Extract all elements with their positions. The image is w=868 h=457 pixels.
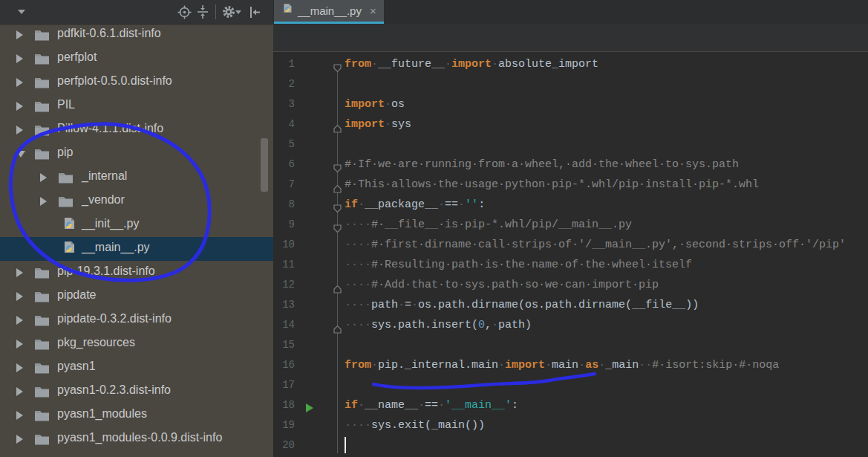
chevron-right-icon[interactable] <box>16 435 23 444</box>
code-line-19[interactable]: 19····sys.exit(_main()) <box>273 415 868 435</box>
code-text: #·This·allows·the·usage·python·pip-*.whl… <box>345 175 759 195</box>
chevron-right-icon[interactable] <box>16 292 23 301</box>
line-number[interactable]: 8 <box>273 195 295 215</box>
chevron-right-icon[interactable] <box>16 316 23 325</box>
chevron-right-icon[interactable] <box>16 363 23 372</box>
tree-item-label: _internal <box>82 169 127 183</box>
code-line-9[interactable]: 9····#·__file__·is·pip-*.whl/pip/__main_… <box>273 215 868 235</box>
tree-item-label: pdfkit-0.6.1.dist-info <box>57 27 161 40</box>
code-line-6[interactable]: 6#·If·we·are·running·from·a·wheel,·add·t… <box>273 155 868 175</box>
code-line-16[interactable]: 16from·pip._internal.main·import·main·as… <box>273 355 868 375</box>
tree-folder-pip-19.3.1.dist-info[interactable]: pip-19.3.1.dist-info <box>0 261 273 285</box>
code-line-10[interactable]: 10····#·first·dirname·call·strips·of·'/_… <box>273 235 868 255</box>
code-line-14[interactable]: 14····sys.path.insert(0,·path) <box>273 315 868 335</box>
tree-folder-_internal[interactable]: _internal <box>0 166 273 189</box>
tab-main-py[interactable]: __main__.py × <box>274 0 384 24</box>
code-line-12[interactable]: 12····#·Add·that·to·sys.path·so·we·can·i… <box>273 275 868 295</box>
line-number[interactable]: 6 <box>273 155 295 175</box>
text-cursor <box>345 437 346 453</box>
tree-folder-_vendor[interactable]: _vendor <box>0 189 273 213</box>
chevron-right-icon[interactable] <box>16 340 23 349</box>
tree-folder-pdfkit-0.6.1.dist-info[interactable]: pdfkit-0.6.1.dist-info <box>0 23 273 47</box>
chevron-down-icon[interactable] <box>16 151 25 158</box>
code-line-1[interactable]: 1from·__future__·import·absolute_import <box>273 54 868 74</box>
line-number[interactable]: 1 <box>273 54 295 74</box>
line-number[interactable]: 15 <box>273 335 295 355</box>
gear-caret-icon[interactable] <box>234 4 243 20</box>
line-number[interactable]: 17 <box>273 375 295 395</box>
tree-file-__main__.py[interactable]: __main__.py <box>0 237 273 261</box>
line-number[interactable]: 19 <box>273 415 295 435</box>
chevron-right-icon[interactable] <box>16 387 23 396</box>
tree-folder-Pillow-4.1.1.dist-info[interactable]: Pillow-4.1.1.dist-info <box>0 118 273 142</box>
code-line-13[interactable]: 13····path·=·os.path.dirname(os.path.dir… <box>273 295 868 315</box>
code-line-5[interactable]: 5 <box>273 134 868 155</box>
chevron-right-icon[interactable] <box>16 411 23 420</box>
tree-folder-pipdate-0.3.2.dist-info[interactable]: pipdate-0.3.2.dist-info <box>0 308 273 332</box>
line-number[interactable]: 18 <box>273 395 295 415</box>
code-text: ····sys.path.insert(0,·path) <box>345 315 532 335</box>
line-number[interactable]: 16 <box>273 355 295 375</box>
tree-item-label: Pillow-4.1.1.dist-info <box>57 122 163 135</box>
line-number[interactable]: 4 <box>273 114 295 134</box>
line-number[interactable]: 7 <box>273 175 295 195</box>
code-line-3[interactable]: 3import·os <box>273 94 868 114</box>
code-line-8[interactable]: 8if·__package__·==·'': <box>273 195 868 215</box>
line-number[interactable]: 14 <box>273 315 295 335</box>
tree-folder-pyasn1_modules[interactable]: pyasn1_modules <box>0 403 273 427</box>
tree-item-label: pyasn1_modules <box>57 407 147 421</box>
project-dropdown-caret-icon[interactable] <box>13 4 30 20</box>
line-number[interactable]: 9 <box>273 215 295 235</box>
chevron-right-icon[interactable] <box>16 268 23 277</box>
tree-file-__init__.py[interactable]: __init__.py <box>0 213 273 237</box>
collapse-all-icon[interactable] <box>195 4 211 20</box>
chevron-right-icon[interactable] <box>16 126 23 134</box>
code-line-17[interactable]: 17 <box>273 375 868 395</box>
code-line-7[interactable]: 7#·This·allows·the·usage·python·pip-*.wh… <box>273 175 868 195</box>
chevron-right-icon[interactable] <box>16 54 23 63</box>
chevron-right-icon[interactable] <box>16 78 23 87</box>
line-number[interactable]: 3 <box>273 94 295 114</box>
tree-folder-perfplot-0.5.0.dist-info[interactable]: perfplot-0.5.0.dist-info <box>0 71 273 94</box>
tree-folder-PIL[interactable]: PIL <box>0 94 273 118</box>
tree-folder-pkg_resources[interactable]: pkg_resources <box>0 332 273 356</box>
code-text: ····#·first·dirname·call·strips·of·'/__m… <box>345 235 846 255</box>
tree-folder-pip[interactable]: pip <box>0 142 273 166</box>
line-number[interactable]: 20 <box>273 435 295 456</box>
locate-target-icon[interactable] <box>176 4 192 20</box>
code-line-4[interactable]: 4import·sys <box>273 114 868 134</box>
code-editor[interactable]: 1from·__future__·import·absolute_import2… <box>273 52 868 457</box>
line-number[interactable]: 2 <box>273 74 295 94</box>
project-tree: pdfkit-0.6.1.dist-infoperfplotperfplot-0… <box>0 24 273 457</box>
hide-panel-icon[interactable] <box>246 4 262 20</box>
chevron-right-icon[interactable] <box>16 102 23 111</box>
folder-icon <box>34 77 50 91</box>
tree-item-label: pyasn1 <box>57 360 96 373</box>
code-line-11[interactable]: 11····#·Resulting·path·is·the·name·of·th… <box>273 255 868 275</box>
line-number[interactable]: 11 <box>273 255 295 275</box>
line-number[interactable]: 13 <box>273 295 295 315</box>
tree-folder-pyasn1[interactable]: pyasn1 <box>0 356 273 380</box>
code-line-20[interactable]: 20 <box>273 435 868 456</box>
line-number[interactable]: 10 <box>273 235 295 255</box>
tree-scrollbar-thumb[interactable] <box>261 138 268 192</box>
python-file-icon <box>59 242 76 259</box>
code-text: ····path·=·os.path.dirname(os.path.dirna… <box>345 295 699 315</box>
tab-close-icon[interactable]: × <box>370 5 376 16</box>
code-line-15[interactable]: 15 <box>273 335 868 355</box>
folder-icon <box>34 148 50 163</box>
chevron-right-icon[interactable] <box>16 30 23 39</box>
chevron-right-icon[interactable] <box>40 173 47 182</box>
tree-folder-pipdate[interactable]: pipdate <box>0 285 273 308</box>
code-text: #·If·we·are·running·from·a·wheel,·add·th… <box>345 155 739 175</box>
tree-folder-pyasn1_modules-0.0.9.dist-info[interactable]: pyasn1_modules-0.0.9.dist-info <box>0 427 273 451</box>
code-line-2[interactable]: 2 <box>273 74 868 94</box>
code-line-18[interactable]: 18if·__name__·==·'__main__': <box>273 395 868 415</box>
chevron-right-icon[interactable] <box>40 197 47 206</box>
line-number[interactable]: 5 <box>273 134 295 155</box>
code-text: ····#·Resulting·path·is·the·name·of·the·… <box>345 255 692 275</box>
tree-folder-pyasn1-0.2.3.dist-info[interactable]: pyasn1-0.2.3.dist-info <box>0 380 273 403</box>
line-number[interactable]: 12 <box>273 275 295 295</box>
tree-folder-perfplot[interactable]: perfplot <box>0 47 273 71</box>
folder-icon <box>58 172 74 187</box>
